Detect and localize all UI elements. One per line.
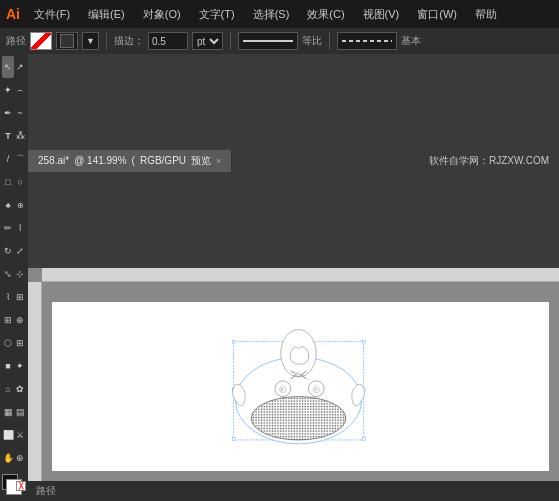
equal-label: 等比	[302, 34, 322, 48]
paintbrush-tool[interactable]: ♣	[2, 194, 14, 216]
content-area: 258.ai* @ 141.99% ( RGB/GPU 预览 × 软件自学网：R…	[28, 54, 559, 501]
menu-effect[interactable]: 效果(C)	[303, 5, 348, 24]
graph-tool[interactable]: ▦	[2, 401, 14, 423]
status-bar: 路径	[28, 481, 559, 501]
warp-tool[interactable]: ⌇	[2, 286, 14, 308]
rect-tool[interactable]: □	[2, 171, 14, 193]
selection-tool[interactable]: ↖	[2, 56, 14, 78]
menu-bar: 文件(F) 编辑(E) 对象(O) 文字(T) 选择(S) 效果(C) 视图(V…	[30, 5, 501, 24]
scale-tool[interactable]: ⤡	[2, 263, 14, 285]
menu-window[interactable]: 窗口(W)	[413, 5, 461, 24]
handle-br[interactable]	[362, 437, 365, 440]
mouth-shape	[251, 396, 346, 439]
canvas-area[interactable]: // ticks drawn via SVG	[28, 268, 559, 482]
lasso-tool[interactable]: ⌢	[14, 79, 26, 101]
color-swatches: ╳	[2, 474, 26, 495]
control-toolbar: 路径 ▼ 描边： pt 等比 基本	[0, 28, 559, 54]
anchor-point-top[interactable]	[297, 373, 300, 376]
handle-tr[interactable]	[362, 340, 365, 343]
separator-1	[106, 32, 107, 50]
symbol-tool[interactable]: ✿	[14, 378, 26, 400]
artboard: o o	[52, 302, 549, 472]
stroke-size-input[interactable]	[148, 32, 188, 50]
menu-type[interactable]: 文字(T)	[195, 5, 239, 24]
stroke-unit-select[interactable]: pt	[192, 32, 223, 50]
drawing-svg: o o	[52, 302, 549, 472]
eyedropper-tool[interactable]: ✦	[14, 355, 26, 377]
menu-select[interactable]: 选择(S)	[249, 5, 294, 24]
slice-tool[interactable]: ⚔	[14, 424, 26, 446]
pencil-tool[interactable]: ✏	[2, 217, 14, 239]
right-eye-text: o	[314, 387, 317, 392]
graph-2-tool[interactable]: ▤	[14, 401, 26, 423]
tab-filename: 258.ai*	[38, 155, 69, 166]
stroke-weight-dropdown[interactable]: ▼	[82, 32, 99, 50]
stroke-color-swatch[interactable]	[30, 32, 52, 50]
separator-3	[329, 32, 330, 50]
handle-tl[interactable]	[232, 340, 235, 343]
app-logo: Ai	[6, 6, 20, 22]
fill-color-box[interactable]	[56, 32, 78, 50]
tab-preview: 预览	[191, 154, 211, 168]
mesh-tool[interactable]: ⊞	[14, 332, 26, 354]
live-paint-tool[interactable]: ⊕	[14, 309, 26, 331]
canvas[interactable]: o o	[42, 282, 559, 482]
ellipse-tool[interactable]: ○	[14, 171, 26, 193]
zoom-tool[interactable]: ⊕	[14, 447, 26, 469]
rotate-tool[interactable]: ↻	[2, 240, 14, 262]
shear-tool[interactable]: ⊹	[14, 263, 26, 285]
left-eye-text: o	[281, 387, 284, 392]
basic-label: 基本	[401, 34, 421, 48]
tab-colormode: (	[132, 155, 135, 166]
direct-select-tool[interactable]: ↗	[14, 56, 26, 78]
artboard-tool[interactable]: ⬜	[2, 424, 14, 446]
menu-help[interactable]: 帮助	[471, 5, 501, 24]
menu-view[interactable]: 视图(V)	[359, 5, 404, 24]
ruler-left	[28, 282, 42, 482]
blob-brush-tool[interactable]: ⊕	[14, 194, 26, 216]
opacity-line[interactable]	[337, 32, 397, 50]
menu-edit[interactable]: 编辑(E)	[84, 5, 129, 24]
blend-tool[interactable]: ⌂	[2, 378, 14, 400]
path-status: 路径	[36, 484, 56, 498]
shape-builder-tool[interactable]: ⊞	[2, 309, 14, 331]
ruler-top: // ticks drawn via SVG	[42, 268, 559, 282]
line-tool[interactable]: /	[2, 148, 14, 170]
tools-panel: ↖ ↗ ✦ ⌢ ✒ ~ T ⁂ / ⌒ □ ○ ♣ ⊕ ✏ ⌇	[0, 54, 28, 501]
tab-close-button[interactable]: ×	[216, 156, 221, 166]
hand-shape	[290, 346, 309, 364]
stroke-label: 描边：	[114, 34, 144, 48]
vertical-type-tool[interactable]: ⁂	[14, 125, 26, 147]
curvature-tool[interactable]: ~	[14, 102, 26, 124]
tab-mode: RGB/GPU	[140, 155, 186, 166]
path-label: 路径	[6, 34, 26, 48]
handle-bl[interactable]	[232, 437, 235, 440]
tab-bar: 258.ai* @ 141.99% ( RGB/GPU 预览 × 软件自学网：R…	[28, 54, 559, 268]
reflect-tool[interactable]: ⤢	[14, 240, 26, 262]
separator-2	[230, 32, 231, 50]
pen-tool[interactable]: ✒	[2, 102, 14, 124]
arc-tool[interactable]: ⌒	[14, 148, 26, 170]
menu-file[interactable]: 文件(F)	[30, 5, 74, 24]
type-tool[interactable]: T	[2, 125, 14, 147]
tab-zoom: @ 141.99%	[74, 155, 126, 166]
hand-tool[interactable]: ✋	[2, 447, 14, 469]
stroke-style-line[interactable]	[238, 32, 298, 50]
none-swatch[interactable]: ╳	[16, 481, 26, 491]
gradient-tool[interactable]: ■	[2, 355, 14, 377]
website-label: 软件自学网：RJZXW.COM	[429, 154, 559, 168]
smooth-tool[interactable]: ⌇	[14, 217, 26, 239]
main-layout: ↖ ↗ ✦ ⌢ ✒ ~ T ⁂ / ⌒ □ ○ ♣ ⊕ ✏ ⌇	[0, 54, 559, 501]
perspective-tool[interactable]: ⬡	[2, 332, 14, 354]
magic-wand-tool[interactable]: ✦	[2, 79, 14, 101]
menu-object[interactable]: 对象(O)	[139, 5, 185, 24]
document-tab[interactable]: 258.ai* @ 141.99% ( RGB/GPU 预览 ×	[28, 150, 232, 172]
title-bar: Ai 文件(F) 编辑(E) 对象(O) 文字(T) 选择(S) 效果(C) 视…	[0, 0, 559, 28]
free-transform-tool[interactable]: ⊞	[14, 286, 26, 308]
